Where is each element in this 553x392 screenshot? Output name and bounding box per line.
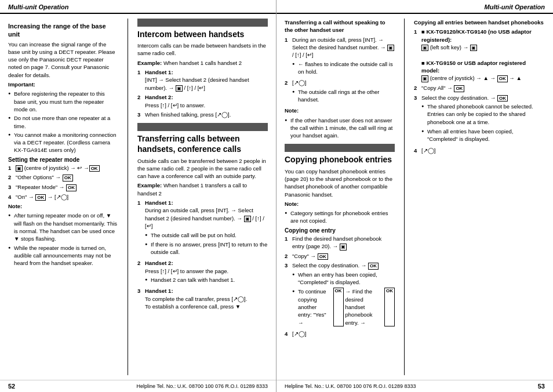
intercom-title: Intercom between handsets bbox=[137, 29, 268, 39]
bullet-3: You cannot make a monitoring connection … bbox=[8, 131, 118, 154]
left-col1: Increasing the range of the base unit Yo… bbox=[8, 19, 118, 375]
note-bullet-1: After turning repeater mode on or off, ▼… bbox=[8, 212, 118, 242]
tw-steps: 1 During an outside call, press [INT]. →… bbox=[285, 36, 395, 106]
one-steps: 1 Find the desired handset phonebook ent… bbox=[285, 235, 395, 337]
one-entry-title: Copying one entry bbox=[285, 227, 395, 234]
transfer-sub-2: If there is no answer, press [INT] to re… bbox=[145, 241, 268, 256]
tw-step-2: 2 [↗◯] The outside call rings at the oth… bbox=[285, 79, 395, 105]
page-right: Multi-unit Operation Transferring a call… bbox=[276, 0, 553, 392]
important-bullets: Before registering the repeater to this … bbox=[8, 90, 118, 154]
right-content: Transferring a call without speaking to … bbox=[276, 14, 553, 380]
all-entries-title: Copying all entries between handset phon… bbox=[414, 19, 545, 26]
left-header-title: Multi-unit Operation bbox=[8, 3, 68, 10]
note3-bullet-1: Category settings for phonebook entries … bbox=[285, 209, 395, 225]
right-helpline: Helpline Tel. No.: U.K. 08700 100 076 R.… bbox=[285, 383, 416, 389]
increase-range-intro: You can increase the signal range of the… bbox=[8, 41, 118, 79]
transfer-example: Example: When handset 1 transfers a call… bbox=[137, 182, 268, 197]
tw-step-1: 1 During an outside call, press [INT]. →… bbox=[285, 36, 395, 78]
transfer-sub-1: The outside call will be put on hold. bbox=[145, 231, 268, 239]
intercom-step-1: 1 Handset 1: [INT] → Select handset 2 (d… bbox=[137, 68, 268, 92]
one-step-3: 3 Select the copy destination. → OK When… bbox=[285, 262, 395, 328]
right-header-title: Multi-unit Operation bbox=[485, 3, 545, 10]
right-page-num: 53 bbox=[538, 383, 545, 390]
repeater-steps: 1▣ (centre of joystick) → ↩ →OK 2"Other … bbox=[8, 164, 118, 201]
transfer-sub-3: Handset 2 can talk with handset 1. bbox=[145, 276, 268, 284]
copying-intro: You can copy handset phonebook entries (… bbox=[285, 168, 395, 198]
left-header: Multi-unit Operation bbox=[0, 0, 276, 14]
one-step-1: 1 Find the desired handset phonebook ent… bbox=[285, 235, 395, 251]
setting-repeater-title: Setting the repeater mode bbox=[8, 157, 118, 163]
note3-bullets: Category settings for phonebook entries … bbox=[285, 209, 395, 225]
transfer-title: Transferring calls between handsets, con… bbox=[137, 133, 268, 154]
note-bullet-2: While the repeater mode is turned on, au… bbox=[8, 244, 118, 267]
transfer-steps: 1 Handset 1: During an outside call, pre… bbox=[137, 199, 268, 310]
note-bullets: After turning repeater mode on or off, ▼… bbox=[8, 212, 118, 267]
all-step-4: 4 [↗◯] bbox=[414, 147, 545, 154]
one-sub-1: When an entry has been copied, "Complete… bbox=[292, 271, 395, 286]
transfer-step-2: 2 Handset 2: Press [↑] / [↵] to answer t… bbox=[137, 259, 268, 285]
step-3: 3"Repeater Mode" → OK bbox=[8, 183, 118, 191]
intercom-step-2: 2 Handset 2: Press [↑] / [↵] to answer. bbox=[137, 93, 268, 109]
transfer-step-1: 1 Handset 1: During an outside call, pre… bbox=[137, 199, 268, 257]
important-label: Important: bbox=[8, 81, 118, 88]
left-helpline: Helpline Tel. No.: U.K. 08700 100 076 R.… bbox=[137, 383, 268, 389]
page-left: Multi-unit Operation Increasing the rang… bbox=[0, 0, 276, 392]
tw-sub-1: ← flashes to indicate the outside call i… bbox=[292, 60, 395, 76]
one-sub-2: To continue copying another entry: "Yes"… bbox=[292, 288, 395, 326]
right-footer: Helpline Tel. No.: U.K. 08700 100 076 R.… bbox=[276, 380, 553, 392]
right-col2: Copying all entries between handset phon… bbox=[414, 19, 545, 375]
intercom-bar bbox=[137, 19, 268, 27]
intercom-step-3: 3 When finished talking, press [↗◯]. bbox=[137, 111, 268, 118]
note-label: Note: bbox=[8, 202, 118, 210]
step-2: 2"Other Options" → OK bbox=[8, 173, 118, 182]
intercom-steps: 1 Handset 1: [INT] → Select handset 2 (d… bbox=[137, 68, 268, 118]
increase-range-title: Increasing the range of the base unit bbox=[8, 22, 118, 39]
all-steps: 1 ■ KX-TG9120/KX-TG9140 (no USB adaptor … bbox=[414, 28, 545, 154]
one-step-4: 4 [↗◯] bbox=[285, 330, 395, 337]
all-step-2: 2 "Copy All" → OK bbox=[414, 84, 545, 92]
transfer-bar bbox=[137, 123, 268, 131]
right-col1: Transferring a call without speaking to … bbox=[285, 19, 395, 375]
copying-title: Copying phonebook entries bbox=[285, 154, 395, 165]
left-footer: 52 Helpline Tel. No.: U.K. 08700 100 076… bbox=[0, 380, 276, 392]
bullet-2: Do not use more than one repeater at a t… bbox=[8, 114, 118, 130]
all-sub-2: When all entries have been copied, "Comp… bbox=[421, 128, 545, 143]
note2-bullet-1: If the other handset user does not answe… bbox=[285, 117, 395, 140]
note2-label: Note: bbox=[285, 107, 395, 114]
note3-label: Note: bbox=[285, 200, 395, 208]
left-content: Increasing the range of the base unit Yo… bbox=[0, 14, 276, 380]
transfer-intro: Outside calls can be transferred between… bbox=[137, 157, 268, 180]
left-page-num: 52 bbox=[8, 383, 15, 390]
intercom-intro: Intercom calls can be made between hands… bbox=[137, 42, 268, 57]
step-1: 1▣ (centre of joystick) → ↩ →OK bbox=[8, 164, 118, 172]
all-step-1: 1 ■ KX-TG9120/KX-TG9140 (no USB adaptor … bbox=[414, 28, 545, 82]
intercom-example: Example: When handset 1 calls handset 2 bbox=[137, 59, 268, 67]
right-header: Multi-unit Operation bbox=[276, 0, 553, 14]
step-4: 4"On" → OK → [↗◯] bbox=[8, 193, 118, 201]
transfer-step-3: 3 Handset 1: To complete the call transf… bbox=[137, 287, 268, 310]
bullet-1: Before registering the repeater to this … bbox=[8, 90, 118, 113]
all-sub-1: The shared phonebook cannot be selected.… bbox=[421, 103, 545, 126]
tw-sub-2: The outside call rings at the other hand… bbox=[292, 88, 395, 104]
one-step-2: 2 "Copy" → OK bbox=[285, 252, 395, 260]
transfer-without-title: Transferring a call without speaking to … bbox=[285, 19, 395, 34]
all-step-3: 3 Select the copy destination. → OK The … bbox=[414, 94, 545, 145]
left-col2: Intercom between handsets Intercom calls… bbox=[137, 19, 268, 375]
col-divider-left bbox=[128, 19, 128, 375]
note2-bullets: If the other handset user does not answe… bbox=[285, 117, 395, 140]
page-container: Multi-unit Operation Increasing the rang… bbox=[0, 0, 553, 392]
col-divider-right bbox=[404, 19, 405, 375]
copying-bar bbox=[285, 144, 395, 152]
